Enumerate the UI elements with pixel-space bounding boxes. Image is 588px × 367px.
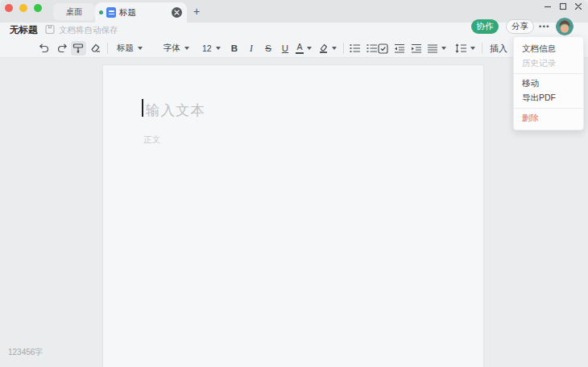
tab-bar: 桌面 标题 + (0, 0, 588, 23)
more-options-menu: 文档信息 历史记录 移动 导出PDF 删除 (513, 36, 584, 130)
document-canvas: 输入文本 正文 123456字 (0, 58, 588, 367)
highlight-color-dropdown[interactable] (318, 42, 337, 55)
more-options-icon: ••• (539, 23, 550, 31)
menu-item-doc-info-label: 文档信息 (522, 43, 556, 55)
menu-divider (514, 73, 583, 74)
autosave-icon (45, 24, 55, 35)
undo-icon[interactable] (37, 42, 50, 55)
collaborate-button[interactable]: 协作 (471, 19, 499, 34)
heading-style-label: 标题 (117, 43, 134, 54)
bold-button[interactable]: B (228, 42, 241, 55)
menu-item-delete-label: 删除 (522, 113, 539, 124)
indent-icon[interactable] (410, 42, 423, 55)
redo-icon[interactable] (56, 42, 69, 55)
menu-item-export-pdf-label: 导出PDF (522, 93, 556, 104)
eraser-icon[interactable] (89, 42, 101, 55)
font-size-dropdown[interactable]: 12 (202, 42, 221, 55)
menu-divider (514, 108, 583, 109)
chevron-down-icon (216, 47, 221, 50)
bullet-list-icon[interactable] (349, 42, 362, 55)
new-tab-label: + (193, 5, 200, 18)
word-count: 123456字 (8, 347, 43, 358)
share-button[interactable]: 分享 (506, 19, 534, 34)
document-title: 无标题 (10, 24, 38, 36)
chevron-down-icon (307, 47, 312, 50)
line-spacing-dropdown[interactable] (455, 42, 475, 55)
font-size-value: 12 (202, 43, 212, 53)
tab-close-icon[interactable] (172, 7, 182, 18)
zoom-traffic-icon[interactable] (34, 4, 42, 12)
font-family-dropdown[interactable]: 字体 (164, 42, 189, 55)
insert-label: 插入 (490, 43, 507, 55)
autosave-status: 文档将自动保存 (59, 25, 118, 36)
window-minimize-icon[interactable] (542, 1, 553, 11)
close-traffic-icon[interactable] (5, 4, 13, 12)
traffic-lights (5, 4, 42, 12)
tab-desktop-label: 桌面 (66, 6, 83, 18)
chevron-down-icon (138, 47, 143, 50)
collaborate-label: 协作 (477, 21, 494, 32)
menu-item-move[interactable]: 移动 (514, 76, 583, 91)
underline-label: U (282, 43, 288, 53)
italic-button[interactable]: I (245, 42, 258, 55)
menu-item-delete[interactable]: 删除 (514, 111, 583, 126)
menu-item-move-label: 移动 (522, 78, 539, 89)
toolbar-separator (482, 43, 482, 54)
font-color-letter: A (296, 43, 302, 52)
heading-style-dropdown[interactable]: 标题 (117, 42, 143, 55)
chevron-down-icon (470, 47, 475, 50)
chevron-down-icon (441, 47, 446, 50)
bold-label: B (231, 43, 238, 53)
title-placeholder[interactable]: 输入文本 (146, 101, 205, 120)
body-placeholder[interactable]: 正文 (143, 134, 160, 146)
tab-document[interactable]: 标题 (95, 2, 187, 23)
document-page[interactable]: 输入文本 正文 (103, 65, 483, 367)
highlighter-icon (318, 43, 329, 54)
toolbar-separator (343, 43, 344, 54)
menu-item-history-label: 历史记录 (522, 58, 556, 69)
menu-item-history: 历史记录 (514, 56, 583, 71)
more-options-button[interactable]: ••• (536, 19, 553, 34)
strikethrough-button[interactable]: S (262, 42, 275, 55)
window-close-icon[interactable] (573, 1, 583, 11)
text-cursor (142, 99, 143, 117)
menu-item-doc-info[interactable]: 文档信息 (514, 42, 583, 56)
window-maximize-icon[interactable] (557, 1, 568, 11)
italic-label: I (250, 43, 253, 53)
align-dropdown[interactable] (427, 42, 446, 55)
unsaved-dot-icon (99, 10, 103, 14)
app-window: 桌面 标题 + 无标题 文档将自动保存 (0, 0, 588, 367)
toolbar-separator (107, 43, 108, 54)
font-family-label: 字体 (164, 43, 180, 54)
line-spacing-icon (455, 43, 467, 53)
user-avatar[interactable] (556, 18, 574, 35)
share-label: 分享 (511, 21, 528, 32)
font-color-dropdown[interactable]: A (296, 42, 312, 55)
tab-desktop[interactable]: 桌面 (53, 3, 95, 20)
document-icon (106, 7, 116, 18)
checkbox-list-icon[interactable] (376, 42, 389, 55)
tab-document-label: 标题 (119, 7, 168, 19)
menu-item-export-pdf[interactable]: 导出PDF (514, 91, 583, 105)
strikethrough-label: S (265, 43, 271, 53)
new-tab-button[interactable]: + (190, 5, 203, 18)
underline-button[interactable]: U (279, 42, 292, 55)
insert-button[interactable]: 插入 (490, 42, 507, 55)
minimize-traffic-icon[interactable] (19, 4, 27, 12)
font-color-icon: A (296, 43, 304, 54)
chevron-down-icon (332, 47, 337, 50)
format-painter-icon[interactable] (72, 42, 85, 55)
align-icon (427, 44, 438, 53)
outdent-icon[interactable] (393, 42, 406, 55)
chevron-down-icon (184, 47, 189, 50)
